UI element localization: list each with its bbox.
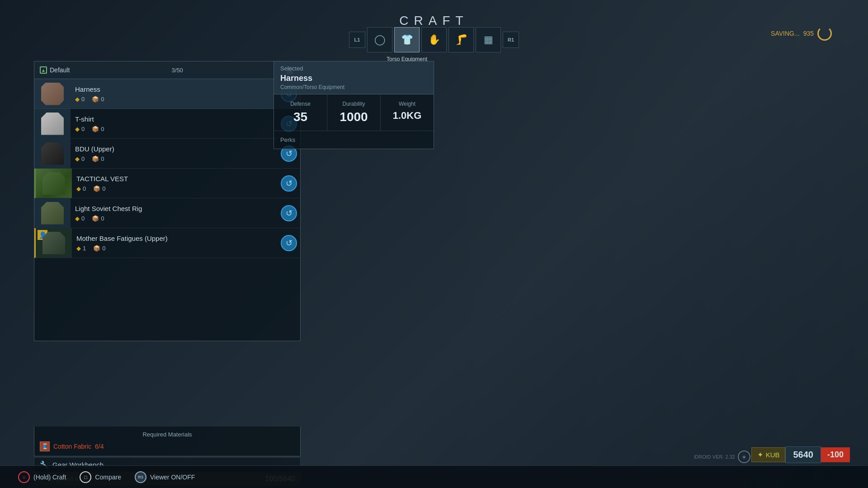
weight-label: Weight bbox=[385, 101, 429, 107]
item-row-tactical[interactable]: TACTICAL VEST ◆ 0 📦 0 ↺ bbox=[34, 169, 300, 198]
kub-icon-star: ✦ bbox=[757, 450, 763, 459]
tab-face[interactable]: ◯ bbox=[367, 27, 392, 52]
craft-title: CRAFT bbox=[399, 14, 468, 28]
item-resources-mother: ◆ 1 📦 0 bbox=[76, 245, 273, 252]
item-thumb-tactical bbox=[36, 169, 72, 198]
part-icon-bdu: 📦 bbox=[92, 155, 99, 162]
resource-mat-mother: ◆ 1 bbox=[76, 245, 86, 252]
item-name-tactical: TACTICAL VEST bbox=[76, 175, 273, 183]
craft-button-mother[interactable]: ↺ bbox=[281, 235, 297, 251]
tab-grid-icon: ▦ bbox=[484, 34, 493, 46]
item-thumb-bdu bbox=[34, 139, 71, 168]
tab-l1-label: L1 bbox=[354, 37, 360, 42]
tab-grid[interactable]: ▦ bbox=[476, 27, 501, 52]
tab-torso-icon: 👕 bbox=[401, 34, 413, 46]
part-icon-tactical: 📦 bbox=[93, 185, 100, 192]
item-info-mother: Mother Base Fatigues (Upper) ◆ 1 📦 0 bbox=[72, 231, 278, 255]
tab-arm[interactable]: ✋ bbox=[421, 27, 447, 52]
resource-part-soviet: 📦 0 bbox=[92, 215, 104, 222]
item-list: Harness ◆ 0 📦 0 ↺ bbox=[34, 79, 300, 258]
item-thumb-soviet bbox=[34, 198, 71, 228]
idroid-label: iDROID VER. 2.32 bbox=[694, 454, 735, 460]
item-thumb-harness bbox=[34, 79, 71, 108]
slot-count: 3/50 bbox=[172, 67, 183, 74]
tab-torso[interactable]: 👕 bbox=[394, 27, 420, 52]
category-name: Default bbox=[50, 66, 70, 74]
tab-l1[interactable]: L1 bbox=[349, 32, 365, 48]
mat-icon-soviet: ◆ bbox=[75, 215, 80, 222]
perks-section: Perks bbox=[274, 131, 434, 149]
materials-title: Required Materials bbox=[40, 431, 295, 438]
item-info-tactical: TACTICAL VEST ◆ 0 📦 0 bbox=[72, 171, 278, 196]
item-thumb-tshirt bbox=[34, 109, 71, 138]
craft-button-tactical[interactable]: ↺ bbox=[281, 175, 297, 192]
resource-mat-soviet: ◆ 0 bbox=[75, 215, 85, 222]
item-name-bdu: BDU (Upper) bbox=[75, 145, 273, 153]
part-icon-soviet: 📦 bbox=[92, 215, 99, 222]
tab-arm-icon: ✋ bbox=[428, 34, 440, 46]
bottom-bar: ○ (Hold) Craft □ Compare R3 Viewer ON/OF… bbox=[0, 465, 868, 488]
tab-r1-label: R1 bbox=[508, 37, 514, 42]
item-info-soviet: Light Soviet Chest Rig ◆ 0 📦 0 bbox=[71, 201, 278, 225]
kub-icon-wrap: ✦ KUB bbox=[751, 447, 786, 462]
material-cotton-icon: 🧵 bbox=[40, 441, 50, 451]
item-row-soviet[interactable]: Light Soviet Chest Rig ◆ 0 📦 0 ↺ bbox=[34, 198, 300, 228]
item-list-panel: ▲ Default 3/50 📋 Harness ◆ bbox=[34, 61, 301, 341]
mat-icon-t: ◆ bbox=[75, 126, 80, 132]
resource-part-tactical: 📦 0 bbox=[93, 185, 105, 192]
item-resources-tactical: ◆ 0 📦 0 bbox=[76, 185, 273, 192]
resource-part-tshirt: 📦 0 bbox=[92, 126, 104, 132]
item-name-mother: Mother Base Fatigues (Upper) bbox=[76, 235, 273, 242]
stat-durability: Durability 1000 bbox=[327, 94, 381, 131]
ui-container: CRAFT SAVING... 935 L1 ◯ 👕 Torso Equipme… bbox=[0, 0, 868, 488]
mat-icon-mother: ◆ bbox=[76, 245, 81, 252]
mat-icon: ◆ bbox=[75, 96, 80, 103]
viewer-btn-label: Viewer ON/OFF bbox=[150, 474, 195, 481]
resource-mat-bdu: ◆ 0 bbox=[75, 155, 85, 162]
defense-value: 35 bbox=[278, 110, 322, 124]
action-craft[interactable]: ○ (Hold) Craft bbox=[18, 471, 66, 483]
tab-leg[interactable]: 🦵 bbox=[448, 27, 474, 52]
compare-btn-label: Compare bbox=[95, 474, 121, 481]
item-name-harness: Harness bbox=[75, 85, 273, 93]
part-icon: 📦 bbox=[92, 96, 99, 103]
resource-part-mother: 📦 0 bbox=[93, 245, 105, 252]
compare-btn-icon: □ bbox=[80, 471, 91, 483]
tab-leg-icon: 🦵 bbox=[455, 34, 467, 46]
craft-btn-icon: ○ bbox=[18, 471, 30, 483]
kub-bottom: ✦ KUB 5640 -100 bbox=[751, 446, 850, 463]
item-info-harness: Harness ◆ 0 📦 0 bbox=[71, 82, 278, 106]
perks-label: Perks bbox=[280, 136, 427, 143]
saving-spinner bbox=[817, 26, 832, 41]
saving-value: 935 bbox=[803, 30, 814, 37]
item-row-tshirt[interactable]: T-shirt ◆ 0 📦 0 ↺ bbox=[34, 109, 300, 139]
resource-mat-tactical: ◆ 0 bbox=[76, 185, 86, 192]
kub-amount: 5640 bbox=[785, 446, 821, 463]
list-header: ▲ Default 3/50 📋 bbox=[34, 61, 300, 79]
craft-button-soviet[interactable]: ↺ bbox=[281, 205, 297, 221]
materials-section: Required Materials 🧵 Cotton Fabric 6/4 bbox=[34, 427, 301, 456]
resource-mat-tshirt: ◆ 0 bbox=[75, 126, 85, 132]
material-cotton-name: Cotton Fabric bbox=[53, 443, 91, 450]
action-compare[interactable]: □ Compare bbox=[80, 471, 121, 483]
tab-r1[interactable]: R1 bbox=[503, 32, 519, 48]
material-cotton-count: 6/4 bbox=[95, 443, 104, 450]
stat-defense: Defense 35 bbox=[274, 94, 327, 131]
saving-text: SAVING... bbox=[771, 30, 800, 37]
item-row-bdu[interactable]: BDU (Upper) ◆ 0 📦 0 ↺ bbox=[34, 139, 300, 169]
mat-icon-tactical: ◆ bbox=[76, 185, 81, 192]
saving-indicator: SAVING... 935 bbox=[771, 26, 832, 41]
item-resources-bdu: ◆ 0 📦 0 bbox=[75, 155, 273, 162]
selected-label: Selected bbox=[280, 65, 427, 72]
item-action-mother: ↺ bbox=[278, 235, 300, 251]
selected-item-type: Common/Torso Equipment bbox=[280, 84, 427, 90]
defense-label: Defense bbox=[278, 101, 322, 107]
action-viewer[interactable]: R3 Viewer ON/OFF bbox=[135, 471, 195, 483]
item-row-harness[interactable]: Harness ◆ 0 📦 0 ↺ bbox=[34, 79, 300, 109]
resource-mat-harness: ◆ 0 bbox=[75, 96, 85, 103]
item-row-mother[interactable]: 👤 Mother Base Fatigues (Upper) ◆ 1 📦 0 bbox=[34, 228, 300, 258]
detail-header: Selected Harness Common/Torso Equipment bbox=[274, 61, 434, 94]
part-icon-mother: 📦 bbox=[93, 245, 100, 252]
stat-row: Defense 35 Durability 1000 Weight 1.0KG bbox=[274, 94, 434, 131]
durability-value: 1000 bbox=[332, 110, 376, 124]
